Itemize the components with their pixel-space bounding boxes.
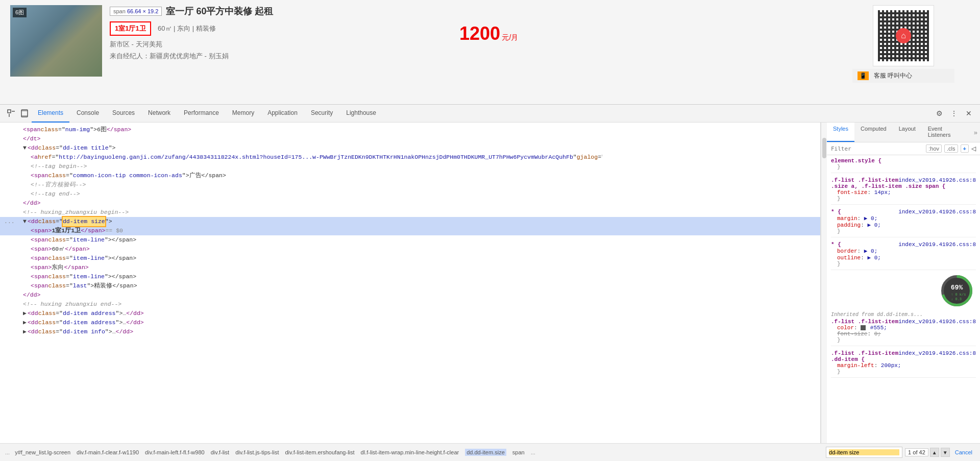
html-panel[interactable]: <span class="num-img">6图</span> </dt> ▼ … bbox=[0, 123, 821, 443]
html-line: <span class="common-icon-tip common-icon… bbox=[0, 171, 820, 180]
html-line: <!-- huxing_zhuangxiu begin--> bbox=[0, 208, 820, 217]
style-prop: outline: ▶ 0; bbox=[831, 254, 976, 261]
styles-filter-bar: :hov .cls + ◁ bbox=[827, 142, 980, 155]
html-line: <span>东向</span> bbox=[0, 263, 820, 272]
inherited-label: Inherited from dd.dd-item.s... bbox=[831, 312, 976, 318]
html-line: <!--官方核验码--> bbox=[0, 180, 820, 189]
breadcrumb-item[interactable]: dl.f-list-item-wrap.min-line-height.f-cl… bbox=[361, 449, 459, 455]
breadcrumb-item[interactable]: div.f-list.js-tips-list bbox=[235, 449, 279, 455]
listing-badge[interactable]: 1室1厅1卫 bbox=[110, 21, 151, 36]
style-rule: .f-list .f-list-item index_v2019.41926.c… bbox=[831, 177, 976, 205]
listing-details: 60㎡ | 东向 | 精装修 bbox=[158, 25, 216, 32]
service-label: 客服 呼叫中心 bbox=[874, 71, 912, 80]
expand-styles-icon[interactable]: » bbox=[974, 129, 977, 136]
qr-code: ⌂ bbox=[873, 5, 934, 66]
next-btn[interactable]: ▼ bbox=[941, 448, 950, 457]
more-icon[interactable]: ⋮ bbox=[948, 107, 960, 119]
style-rule: .f-list .f-list-item index_v2019.41926.c… bbox=[831, 350, 976, 378]
settings-icon[interactable]: ⚙ bbox=[933, 107, 945, 119]
tab-event-listeners[interactable]: Event Listeners bbox=[922, 123, 971, 142]
speed-meter-container: 69% ↑ 0 k/s ↓ 0.3 bbox=[831, 274, 976, 310]
breadcrumb-item[interactable]: div.f-list-item.ershoufang-list bbox=[285, 449, 354, 455]
html-line: <!--tag end--> bbox=[0, 189, 820, 199]
filter-add[interactable]: + bbox=[961, 144, 969, 153]
devtools-bottom-bar: ... y#f_new_list.lg-screen div.f-main.f-… bbox=[0, 443, 980, 461]
qr-code-area: ⌂ 📱 客服 呼叫中心 bbox=[852, 5, 954, 100]
style-rule: element.style { } bbox=[831, 158, 976, 173]
style-prop: color: #555; bbox=[831, 325, 976, 331]
listing-location: 新市区 - 天河美苑 bbox=[110, 40, 970, 49]
styles-panel: Styles Computed Layout Event Listeners »… bbox=[827, 123, 980, 443]
html-line: <span class="num-img">6图</span> bbox=[0, 125, 820, 134]
style-prop: margin-left: 200px; bbox=[831, 362, 976, 369]
scrollbar-thumb[interactable] bbox=[822, 138, 826, 158]
svg-text:↑ 0 k/s: ↑ 0 k/s bbox=[951, 293, 966, 297]
styles-tabs: Styles Computed Layout Event Listeners » bbox=[827, 123, 980, 142]
tab-security[interactable]: Security bbox=[305, 105, 339, 123]
svg-text:69%: 69% bbox=[951, 284, 963, 292]
html-line: <!-- huxing zhuangxiu end--> bbox=[0, 300, 820, 309]
style-rule: * { index_v2019.41926.css:8 margin: ▶ 0;… bbox=[831, 209, 976, 237]
search-input[interactable] bbox=[829, 449, 899, 455]
filter-cls[interactable]: .cls bbox=[944, 144, 958, 153]
scrollbar-vertical[interactable] bbox=[821, 123, 827, 443]
style-prop: font-size: 0; bbox=[831, 331, 976, 337]
listing-price: 1200 元/月 bbox=[459, 23, 518, 44]
filter-expand-icon[interactable]: ◁ bbox=[971, 145, 976, 152]
svg-rect-0 bbox=[8, 110, 11, 113]
breadcrumb-item-selected[interactable]: dd.dd-item.size bbox=[465, 449, 506, 456]
breadcrumb-item[interactable]: y#f_new_list.lg-screen bbox=[15, 449, 70, 455]
html-line: <span class="last">精装修</span> bbox=[0, 281, 820, 290]
breadcrumb-item[interactable]: div.f-main.f-clear.f-w1190 bbox=[77, 449, 139, 455]
dots-left: ... bbox=[5, 449, 10, 455]
filter-hov[interactable]: :hov bbox=[926, 144, 942, 153]
listing-title[interactable]: 室一厅 60平方中装修 起租 bbox=[166, 5, 273, 17]
tab-layout[interactable]: Layout bbox=[893, 123, 922, 142]
tab-styles[interactable]: Styles bbox=[827, 123, 854, 142]
svg-text:↓ 0.3: ↓ 0.3 bbox=[951, 297, 962, 301]
html-line-selected[interactable]: ... ▼ <dd class="dd-item size"> bbox=[0, 217, 820, 226]
html-line: <span class="item-line"></span> bbox=[0, 235, 820, 245]
cancel-search-btn[interactable]: Cancel bbox=[952, 449, 975, 455]
breadcrumb-item[interactable]: div.f-main-left.f-fl.f-w980 bbox=[145, 449, 205, 455]
webpage-area: 6图 span 66.64 × 19.2 室一厅 60平方中装修 起租 1室1厅… bbox=[0, 0, 980, 105]
tab-performance[interactable]: Performance bbox=[178, 105, 225, 123]
prev-btn[interactable]: ▲ bbox=[930, 448, 939, 457]
tab-lighthouse[interactable]: Lighthouse bbox=[340, 105, 382, 123]
tab-network[interactable]: Network bbox=[142, 105, 177, 123]
listing-agent: 来自经纪人：新疆房优优房地产 - 别玉娟 bbox=[110, 52, 970, 61]
search-bar bbox=[826, 447, 902, 458]
tab-elements[interactable]: Elements bbox=[32, 105, 69, 123]
service-bar[interactable]: 📱 客服 呼叫中心 bbox=[852, 69, 954, 83]
page-count: 1 of 42 bbox=[905, 448, 928, 456]
breadcrumb-item[interactable]: span bbox=[512, 449, 525, 455]
pagination: 1 of 42 ▲ ▼ bbox=[905, 448, 950, 457]
html-line: <a href="http://bayinguoleng.ganji.com/z… bbox=[0, 153, 602, 162]
speed-meter: 69% ↑ 0 k/s ↓ 0.3 bbox=[940, 274, 973, 309]
tab-memory[interactable]: Memory bbox=[226, 105, 260, 123]
search-section: 1 of 42 ▲ ▼ Cancel bbox=[826, 447, 975, 458]
breadcrumb-item[interactable]: div.f-list bbox=[211, 449, 229, 455]
mobile-icon[interactable] bbox=[18, 107, 31, 119]
tab-computed[interactable]: Computed bbox=[854, 123, 893, 142]
listing-image[interactable]: 6图 bbox=[10, 5, 102, 77]
html-line-span-selected[interactable]: <span>1室1厅1卫</span> == $0 bbox=[0, 226, 820, 235]
styles-filter-input[interactable] bbox=[831, 145, 923, 152]
inspect-icon[interactable] bbox=[5, 107, 17, 119]
tab-sources[interactable]: Sources bbox=[106, 105, 141, 123]
html-line: <span class="item-line"></span> bbox=[0, 272, 820, 281]
html-line: <span>60㎡</span> bbox=[0, 245, 820, 254]
html-line: <span class="item-line"></span> bbox=[0, 254, 820, 263]
devtools-panel: Elements Console Sources Network Perform… bbox=[0, 105, 980, 461]
style-prop: border: ▶ 0; bbox=[831, 248, 976, 254]
devtools-toolbar: Elements Console Sources Network Perform… bbox=[0, 105, 980, 123]
tab-application[interactable]: Application bbox=[261, 105, 304, 123]
close-devtools-icon[interactable]: ✕ bbox=[963, 107, 975, 119]
qr-center-icon: ⌂ bbox=[896, 28, 911, 43]
html-line: <!--tag begin--> bbox=[0, 162, 820, 171]
span-tag-label: span 66.64 × 19.2 bbox=[110, 7, 162, 16]
color-swatch bbox=[861, 325, 866, 330]
html-line: ▶ <dd class="dd-item address">…</dd> bbox=[0, 309, 820, 318]
tab-console[interactable]: Console bbox=[70, 105, 105, 123]
devtools-body: <span class="num-img">6图</span> </dt> ▼ … bbox=[0, 123, 980, 443]
